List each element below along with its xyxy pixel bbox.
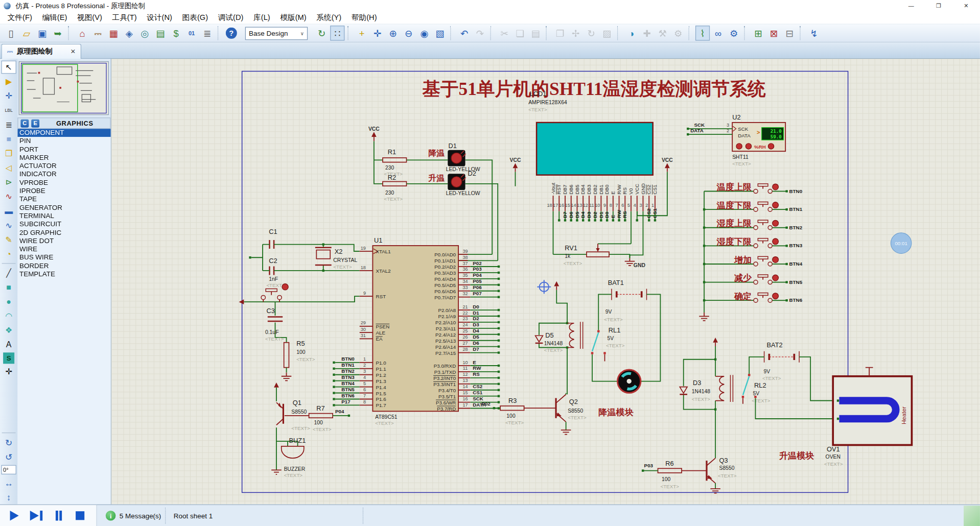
power-terminal-vcc-lcd-left[interactable]: VCC (510, 157, 521, 186)
maximize-button[interactable]: ❐ (925, 0, 952, 11)
toolbar-zoom-in-icon[interactable]: ⊕ (386, 26, 400, 40)
menu-design[interactable]: 设计(N) (142, 11, 177, 24)
object-list-item-wire[interactable]: WIRE (17, 245, 110, 253)
schematic-drawing[interactable]: 基于51单片机的SHT11温湿度检测调节系统 VCC R1 230 <TEXT> (111, 59, 980, 505)
push-button-btn0[interactable]: BTN0温度上限 (704, 182, 803, 194)
overview-window[interactable] (19, 61, 109, 115)
tool-2d-box-mode-icon[interactable]: ■ (1, 281, 16, 294)
toolbar-save-project-icon[interactable]: ▣ (35, 26, 50, 40)
toolbar-gerber-viewer-icon[interactable]: ◎ (137, 26, 152, 40)
pause-button[interactable] (49, 508, 67, 524)
object-list-item-generator[interactable]: GENERATOR (17, 204, 110, 212)
design-selector[interactable]: Base Design ∨ (245, 27, 308, 40)
object-list-item-tape[interactable]: TAPE (17, 195, 110, 203)
menu-edit[interactable]: 编辑(E) (37, 11, 73, 24)
toolbar-zoom-area-icon[interactable]: ▧ (433, 26, 447, 40)
tool-2d-markers-mode-icon[interactable]: ✛ (1, 365, 16, 378)
oven-ov1[interactable]: Heater OV1 OVEN <TEXT> (824, 368, 912, 467)
object-list-item-subcircuit[interactable]: SUBCIRCUIT (17, 220, 110, 228)
menu-file[interactable]: 文件(F) (3, 11, 37, 24)
reset-circuit[interactable]: C3 0.1uF <TEXT> (239, 284, 360, 343)
object-list-item-template[interactable]: TEMPLATE (17, 270, 110, 278)
object-list-item-actuator[interactable]: ACTUATOR (17, 162, 110, 170)
tool-selection-mode-icon[interactable]: ↖ (1, 61, 16, 74)
power-terminal-vcc-leds[interactable]: VCC (368, 126, 383, 184)
menu-system[interactable]: 系统(Y) (312, 11, 347, 24)
resistor-r2[interactable]: R2 230 <TEXT> (383, 174, 407, 201)
menu-debug[interactable]: 调试(D) (213, 11, 248, 24)
toolbar-toggle-grid-icon[interactable]: ∷ (330, 26, 344, 40)
transistor-q3[interactable]: Q3 S8550 <TEXT> (682, 457, 737, 493)
object-list-item-2d-graphic[interactable]: 2D GRAPHIC (17, 228, 110, 236)
object-list-item-pin[interactable]: PIN (17, 137, 110, 145)
resistor-r3[interactable]: R3 100 <TEXT> P02 (481, 397, 524, 425)
info-icon[interactable]: i (106, 511, 116, 521)
menu-help[interactable]: 帮助(H) (346, 11, 382, 24)
resistor-r1[interactable]: R1 230 <TEXT> (383, 148, 407, 177)
capacitor-c2[interactable]: C2 1nF <TEXT> (266, 257, 285, 288)
tool-component-mode-icon[interactable]: ▶ (1, 75, 16, 88)
tool-junction-dot-mode-icon[interactable]: ✛ (1, 89, 16, 103)
tool-terminals-mode-icon[interactable]: ◁ (1, 161, 16, 175)
mcu-u1-at89c51[interactable]: U1 AT89C51 <TEXT> 19XTAL118XTAL29RST29PS… (333, 236, 500, 426)
object-list-item-wire-dot[interactable]: WIRE DOT (17, 237, 110, 245)
toolbar-false-origin-icon[interactable]: + (355, 26, 369, 40)
stop-button[interactable] (71, 508, 89, 524)
tool-current-probe-mode-icon[interactable]: ◔ (1, 248, 16, 261)
transistor-q2[interactable]: Q2 S8550 <TEXT> (524, 393, 587, 435)
push-button-btn2[interactable]: BTN2湿度上限 (703, 218, 803, 230)
play-button[interactable] (5, 508, 24, 524)
tool-subcircuit-mode-icon[interactable]: ❐ (1, 147, 16, 160)
flip-horizontal-button[interactable]: ↔ (1, 476, 16, 490)
push-button-btn5[interactable]: BTN5减少 (703, 273, 803, 285)
rotate-anticlockwise-button[interactable]: ↺ (1, 450, 16, 463)
sht11-up-button[interactable] (736, 144, 742, 149)
resize-grip[interactable] (964, 506, 980, 526)
tool-voltage-probe-mode-icon[interactable]: ✎ (1, 233, 16, 247)
object-list-item-component[interactable]: COMPONENT (17, 129, 110, 137)
pick-devices-button[interactable]: C (20, 119, 29, 127)
fan-motor[interactable] (592, 354, 641, 393)
schematic-canvas[interactable]: 基于51单片机的SHT11温湿度检测调节系统 VCC R1 230 <TEXT> (111, 59, 980, 505)
toolbar-design-explorer-icon[interactable]: ▤ (153, 26, 168, 40)
toolbar-close-project-icon[interactable]: ➥ (51, 26, 65, 40)
tool-2d-path-mode-icon[interactable]: ❖ (1, 324, 16, 337)
tool-generator-mode-icon[interactable]: ∿ (1, 219, 16, 232)
tool-graph-mode-icon[interactable]: ∿ (1, 190, 16, 203)
sht11-mode-button[interactable] (768, 144, 774, 149)
capacitor-c1[interactable]: C1 (269, 228, 277, 249)
buzzer-buz1[interactable]: BUZ1 BUZZER <TEXT> (282, 437, 306, 478)
rotate-clockwise-button[interactable]: ↻ (1, 436, 16, 449)
toolbar-pick-parts-icon[interactable]: ◑ (624, 26, 638, 40)
potentiometer-rv1[interactable]: RV1 1k <TEXT> (553, 244, 631, 266)
toolbar-3d-visualizer-icon[interactable]: ◈ (122, 26, 136, 40)
toolbar-pan-center-icon[interactable]: ✛ (370, 26, 385, 40)
tab-schematic[interactable]: ⎓ 原理图绘制 ✕ (1, 44, 81, 59)
close-button[interactable]: ✕ (952, 0, 980, 11)
toolbar-electrical-rule-check-icon[interactable]: ↯ (807, 26, 821, 40)
toolbar-property-assignment-icon[interactable]: ⚙ (727, 26, 741, 40)
object-list-item-border[interactable]: BORDER (17, 262, 110, 270)
tool-device-pins-mode-icon[interactable]: ⊳ (1, 176, 16, 189)
toolbar-new-project-icon[interactable]: ▯ (4, 26, 18, 40)
tool-tape-recorder-mode-icon[interactable]: ▬ (1, 204, 16, 218)
object-list-item-vprobe[interactable]: VPROBE (17, 179, 110, 187)
battery-bat2[interactable]: BAT2 9V <TEXT> (749, 341, 839, 419)
diode-d3[interactable]: D3 1N4148 <TEXT> (680, 379, 710, 402)
menu-library[interactable]: 库(L) (248, 11, 275, 24)
push-button-btn6[interactable]: BTN6确定 (703, 292, 803, 303)
toolbar-wire-autorouter-icon[interactable]: ⌇ (695, 26, 710, 40)
tool-2d-line-mode-icon[interactable]: ╱ (1, 266, 16, 279)
toolbar-pcb-layout-icon[interactable]: ▦ (106, 26, 121, 40)
heating-module[interactable]: D3 1N4148 <TEXT> RL2 5V <TEXT> (642, 338, 839, 493)
message-count[interactable]: 5 Message(s) (120, 512, 161, 519)
relay-rl1[interactable]: RL1 5V <TEXT> (567, 322, 625, 361)
object-list-item-terminal[interactable]: TERMINAL (17, 212, 110, 220)
menu-graph[interactable]: 图表(G) (177, 11, 213, 24)
tool-2d-circle-mode-icon[interactable]: ● (1, 295, 16, 308)
toolbar-zoom-extents-icon[interactable]: ◉ (417, 26, 431, 40)
toolbar-new-sheet-icon[interactable]: ⊞ (751, 26, 765, 40)
toolbar-project-notes-icon[interactable]: ≣ (200, 26, 215, 40)
toolbar-source-code-icon[interactable]: 01 (184, 26, 199, 40)
toolbar-home-page-icon[interactable]: ⌂ (75, 26, 89, 40)
